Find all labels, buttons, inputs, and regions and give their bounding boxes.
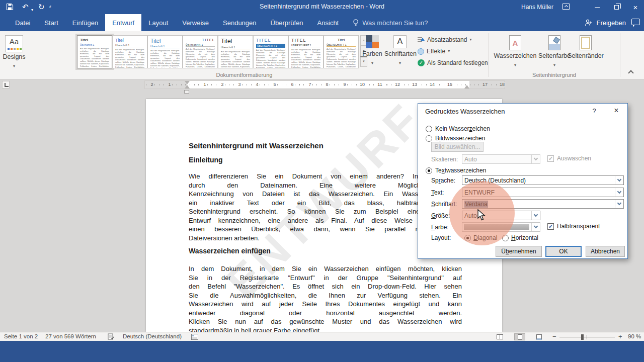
tell-me-search[interactable]: Was möchten Sie tun? [353,14,428,31]
minimize-icon [595,7,600,8]
style-set-item[interactable]: Titel Überschrift 1 Auf der Registerkart… [147,35,183,68]
effekte-button[interactable]: Effekte ▾ [418,48,450,55]
sprache-combo[interactable]: Deutsch (Deutschland) [462,175,624,185]
radio-bildwasserzeichen[interactable] [426,135,432,142]
designs-button[interactable]: Aa Designs ▾ [3,34,26,77]
style-set-item[interactable]: Titel ÜBERSCHRIFT 1 Auf der Registerkart… [324,35,359,68]
share-button[interactable]: Freigeben [585,14,626,31]
word-window: ↶ ▾ ↻ ⸗ Seitenhintergrund mit Wasserzeic… [0,0,644,362]
word-count[interactable]: 27 von 569 Wörtern [45,333,96,339]
absatzabstand-button[interactable]: Absatzabstand ▾ [418,36,471,43]
minimize-button[interactable] [589,0,606,14]
style-set-item[interactable]: Titel Überschrift 1 Auf der Registerkart… [77,35,112,68]
page-indicator[interactable]: Seite 1 von 2 [4,333,38,339]
uebernehmen-button[interactable]: Übernehmen [496,246,542,257]
style-set-gallery: Titel Überschrift 1 Auf der Registerkart… [77,35,359,68]
close-icon: × [633,3,638,12]
dialog-close-icon[interactable]: × [611,106,621,115]
als-standard-button[interactable]: ✓ Als Standard festlegen [418,59,488,66]
schriftarten-label: Schriftarten [384,50,416,57]
ok-button[interactable]: OK [545,246,582,257]
text-combo-arrow-icon[interactable] [615,188,623,197]
zoom-out-button[interactable]: − [552,333,556,340]
tab-start[interactable]: Start [37,14,65,31]
schriftarten-button[interactable]: A Schriftarten ▾ [384,35,416,66]
farbe-combo-arrow-icon[interactable] [531,223,540,231]
auswaschen-checkbox[interactable]: ✓ [547,155,554,162]
comment-icon[interactable] [631,19,640,25]
restore-button[interactable] [608,0,625,14]
tab-stop-selector[interactable] [2,81,10,88]
halbtransparent-label: Halbtransparent [557,223,600,230]
seitenfarbe-caret-icon: ▾ [553,64,555,67]
groesse-combo[interactable]: Auto [462,211,540,220]
abbrechen-button[interactable]: Abbrechen [586,246,625,257]
schriftarten-icon: A [393,35,407,48]
title-bar: ↶ ▾ ↻ ⸗ Seitenhintergrund mit Wasserzeic… [0,0,644,14]
dialog-help-button[interactable]: ? [590,107,598,115]
tab-entwurf[interactable]: Entwurf [105,14,141,31]
tab-einfuegen[interactable]: Einfügen [65,14,105,31]
text-label: Text: [431,189,444,196]
sprache-combo-arrow-icon[interactable] [615,176,623,185]
groesse-combo-arrow-icon[interactable] [531,211,540,220]
tab-ansicht[interactable]: Ansicht [310,14,346,31]
zoom-level[interactable]: 90 % [628,333,641,339]
zoom-slider-track[interactable] [559,337,615,337]
text-combo[interactable]: ENTWURF [462,188,624,197]
web-layout-view-icon[interactable] [533,333,544,340]
doc-text-line: Klicken Sie nun auf das gewünschte Muste… [189,318,462,327]
halbtransparent-checkbox[interactable]: ✓ [547,223,554,230]
ruler-number: 18 [499,82,506,87]
radio-horizontal[interactable] [502,235,509,241]
wasserzeichen-icon: A [509,35,521,50]
left-indent-marker[interactable] [184,90,189,94]
horizontal-ruler[interactable]: 2 1 1 2 3 4 5 6 7 8 9 10 11 12 13 14 15 … [144,80,505,89]
read-mode-view-icon[interactable] [494,333,505,340]
style-set-item[interactable]: TITEL ÜBERSCHRIFT 1 Auf der Registerkart… [288,35,324,68]
ribbon-display-options-icon[interactable] [562,4,570,10]
language-indicator[interactable]: Deutsch (Deutschland) [123,333,182,339]
schriftart-combo-arrow-icon[interactable] [615,200,623,208]
farbe-swatch [464,224,529,230]
seitenraender-button[interactable]: Seitenränder [565,35,607,59]
close-button[interactable]: × [627,0,644,14]
select-image-button[interactable]: Bild auswählen... [431,142,484,152]
radio-kein-wasserzeichen[interactable] [426,126,432,132]
tab-ueberpruefen[interactable]: Überprüfen [264,14,310,31]
ruler-number: 3 [237,82,242,87]
right-indent-marker[interactable] [464,85,469,88]
ruler-number: 4 [255,82,259,87]
zoom-slider-thumb[interactable] [581,334,584,340]
seitenraender-label: Seitenränder [565,52,607,59]
style-set-item[interactable]: Titel Überschrift 1 Auf der Registerkart… [218,35,253,68]
doc-text-line: standardmäßig in hell grauer Farbe einge… [189,327,462,332]
ruler-number: 1 [202,82,207,87]
radio-textwasserzeichen[interactable] [426,167,432,174]
tab-datei[interactable]: Datei [8,14,37,31]
print-layout-view-icon[interactable] [514,333,525,340]
style-set-item[interactable]: TITEL ÜBERSCHRIFT 1 Auf der Registerkart… [253,35,288,68]
collapse-ribbon-icon[interactable] [628,70,633,75]
proofing-status-icon[interactable] [108,333,114,340]
farbe-combo[interactable] [462,222,540,232]
tab-verweise[interactable]: Verweise [175,14,216,31]
hanging-indent-marker[interactable] [185,85,190,88]
wasserzeichen-caret-icon: ▾ [514,64,516,67]
tab-sendungen[interactable]: Sendungen [216,14,264,31]
auswaschen-label: Auswaschen [557,155,591,162]
skalieren-combo[interactable]: Auto [462,154,540,164]
radio-diagonal[interactable] [464,235,471,241]
wasserzeichen-button[interactable]: A Wasserzeichen ▾ [491,35,539,68]
group-label-dokumentformatierung: Dokumentformatierung [0,72,489,78]
style-set-item[interactable]: Titel Überschrift 1 Auf der Registerkart… [112,35,147,68]
farben-button[interactable]: Farben ▾ [360,35,384,66]
ruler-number: 11 [376,82,383,87]
style-set-item[interactable]: TITEL Überschrift 1 Auf der Registerkart… [183,35,218,68]
first-line-indent-marker[interactable] [185,81,190,84]
zoom-in-button[interactable]: + [618,333,622,340]
tab-layout[interactable]: Layout [141,14,175,31]
macro-status-icon[interactable] [191,334,198,340]
skalieren-combo-arrow-icon[interactable] [531,155,540,163]
schriftart-combo[interactable]: Verdana [462,199,624,209]
